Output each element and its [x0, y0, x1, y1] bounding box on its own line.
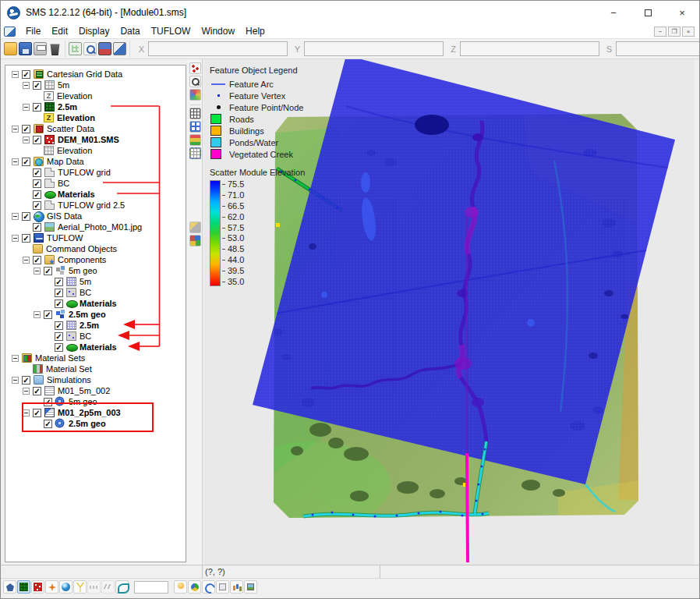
tree-item-bc[interactable]: ✓BC — [5, 331, 186, 342]
visibility-checkbox[interactable]: ✓ — [22, 212, 30, 221]
visibility-checkbox[interactable]: ✓ — [44, 420, 52, 428]
mdi-restore-button[interactable]: ❐ — [668, 27, 681, 37]
tree-item-simulations[interactable]: ✓Simulations — [5, 374, 186, 385]
visibility-checkbox[interactable]: ✓ — [33, 201, 41, 210]
tree-item-2-5m-geo[interactable]: ✓2.5m geo — [5, 418, 186, 429]
tree-item-2-5m-geo[interactable]: ✓2.5m geo — [5, 309, 186, 320]
visibility-checkbox[interactable]: ✓ — [33, 168, 41, 177]
visibility-checkbox[interactable]: ✓ — [33, 81, 41, 90]
select-scatter-points-icon[interactable] — [189, 62, 201, 74]
light-toggle-icon[interactable] — [174, 580, 187, 594]
pin-icon[interactable] — [98, 42, 111, 55]
display-options-icon[interactable] — [113, 42, 126, 55]
coord-input-y[interactable] — [304, 41, 444, 56]
expand-collapse-icon[interactable] — [23, 257, 30, 264]
close-button[interactable]: × — [665, 1, 699, 24]
visibility-checkbox[interactable]: ✓ — [33, 387, 41, 395]
tree-item-map-data[interactable]: ✓Map Data — [5, 156, 186, 167]
tree-item-elevation[interactable]: ZElevation — [5, 112, 186, 123]
expand-collapse-icon[interactable] — [12, 355, 19, 362]
module-toolbar-field[interactable] — [134, 581, 168, 594]
visibility-checkbox[interactable]: ✓ — [55, 332, 63, 341]
tree-item-gis-data[interactable]: ✓GIS Data — [5, 211, 186, 222]
tree-item-material-sets[interactable]: Material Sets — [5, 353, 186, 363]
print-icon[interactable] — [34, 42, 47, 55]
visibility-checkbox[interactable]: ✓ — [55, 343, 63, 352]
visibility-checkbox[interactable]: ✓ — [22, 158, 30, 166]
tree-item-scatter-data[interactable]: ✓Scatter Data — [5, 123, 186, 134]
tree-item-bc[interactable]: ✓BC — [5, 287, 186, 298]
tree-item-materials[interactable]: ✓Materials — [5, 298, 186, 309]
rotate-tool-icon[interactable] — [189, 89, 201, 101]
expand-collapse-icon[interactable] — [34, 268, 41, 275]
mdi-minimize-button[interactable]: − — [654, 27, 666, 37]
frame-image-icon[interactable] — [216, 580, 229, 594]
visibility-checkbox[interactable]: ✓ — [22, 125, 30, 133]
visibility-checkbox[interactable]: ✓ — [33, 409, 41, 417]
grid-cell-tool-icon[interactable] — [189, 121, 201, 133]
visibility-checkbox[interactable]: ✓ — [22, 376, 30, 385]
cartesian-grid-module-icon[interactable] — [17, 580, 30, 594]
tree-item-5m-geo[interactable]: ✓5m geo — [5, 265, 186, 276]
tree-item-material-set[interactable]: Material Set — [5, 363, 186, 374]
frame-display-icon[interactable] — [69, 42, 82, 55]
tree-item-tuflow[interactable]: ✓TUFLOW — [5, 232, 186, 243]
mesh-module-icon[interactable] — [3, 580, 16, 594]
expand-collapse-icon[interactable] — [12, 377, 19, 384]
expand-collapse-icon[interactable] — [34, 311, 41, 318]
tree-item-cartesian-grid-data[interactable]: ✓Cartesian Grid Data — [5, 69, 186, 80]
tree-item-aerial-photo-m01-jpg[interactable]: ✓Aerial_Photo_M01.jpg — [5, 222, 186, 232]
tree-item-5m[interactable]: ✓5m — [5, 80, 186, 90]
expand-collapse-icon[interactable] — [12, 71, 19, 78]
grid-region-select-icon[interactable] — [189, 147, 201, 159]
menu-help[interactable]: Help — [240, 24, 270, 38]
visibility-checkbox[interactable]: ✓ — [22, 234, 30, 243]
grid-color-tool-icon[interactable] — [189, 134, 201, 146]
grid-frame-tool-icon[interactable] — [189, 108, 201, 119]
mdi-close-button[interactable]: × — [682, 27, 695, 37]
maximize-button[interactable] — [631, 1, 665, 24]
display-windows-icon[interactable] — [189, 235, 201, 246]
tree-item-elevation[interactable]: Elevation — [5, 145, 186, 156]
tree-item-5m-geo[interactable]: ✓5m geo — [5, 396, 186, 407]
map-module-icon[interactable] — [73, 580, 87, 594]
visibility-checkbox[interactable]: ✓ — [33, 103, 41, 112]
visibility-checkbox[interactable]: ✓ — [55, 300, 63, 308]
save-file-icon[interactable] — [19, 42, 32, 55]
particle-module-icon[interactable] — [101, 580, 115, 594]
coord-input-z[interactable] — [460, 41, 599, 56]
tree-item-components[interactable]: ✓Components — [5, 254, 186, 265]
visibility-checkbox[interactable]: ✓ — [44, 310, 52, 319]
curvilinear-grid-module-icon[interactable] — [45, 580, 58, 594]
expand-collapse-icon[interactable] — [12, 213, 19, 220]
open-file-icon[interactable] — [4, 42, 17, 55]
menu-window[interactable]: Window — [196, 24, 240, 38]
river-module-icon[interactable] — [87, 580, 101, 594]
expand-collapse-icon[interactable] — [23, 388, 30, 395]
tree-item-bc[interactable]: ✓BC — [5, 178, 186, 189]
visibility-checkbox[interactable]: ✓ — [55, 321, 63, 330]
tree-item-2-5m[interactable]: ✓2.5m — [5, 101, 186, 112]
zoom-tool-icon[interactable] — [189, 76, 201, 87]
expand-collapse-icon[interactable] — [23, 104, 30, 111]
expand-collapse-icon[interactable] — [23, 409, 30, 416]
screen-capture-icon[interactable] — [244, 580, 257, 594]
tree-item-5m[interactable]: ✓5m — [5, 276, 186, 287]
refresh-display-icon[interactable] — [202, 580, 215, 594]
visibility-checkbox[interactable]: ✓ — [55, 278, 63, 286]
graphics-window[interactable]: Feature Object Legend Feature ArcFeature… — [203, 59, 695, 565]
menu-data[interactable]: Data — [115, 24, 145, 38]
expand-collapse-icon[interactable] — [12, 158, 19, 165]
expand-collapse-icon[interactable] — [12, 235, 19, 242]
tree-item-m01-5m-002[interactable]: ✓M01_5m_002 — [5, 385, 186, 396]
expand-collapse-icon[interactable] — [23, 136, 30, 144]
visibility-checkbox[interactable]: ✓ — [33, 256, 41, 264]
visibility-checkbox[interactable]: ✓ — [44, 267, 52, 275]
scatter-module-icon[interactable] — [31, 580, 44, 594]
tree-item-materials[interactable]: ✓Materials — [5, 189, 186, 200]
coord-input-x[interactable] — [148, 41, 288, 56]
annotations-module-icon[interactable] — [115, 580, 129, 594]
visibility-checkbox[interactable]: ✓ — [33, 179, 41, 188]
visibility-checkbox[interactable]: ✓ — [44, 398, 52, 406]
tree-item-tuflow-grid-2-5[interactable]: ✓TUFLOW grid 2.5 — [5, 200, 186, 211]
